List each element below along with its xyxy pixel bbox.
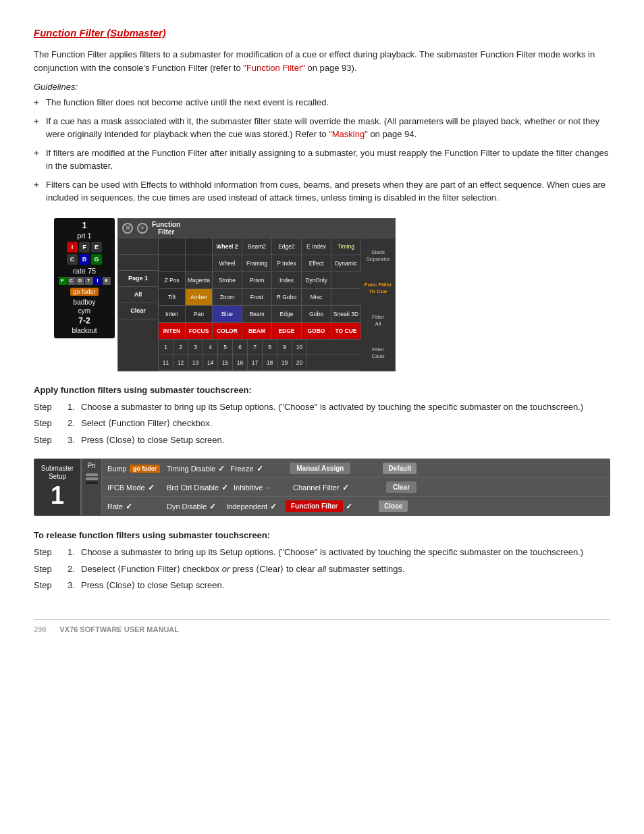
pri-bar3 bbox=[86, 481, 98, 484]
ff-all-btn[interactable]: All bbox=[118, 287, 158, 303]
ff-beam-hl[interactable]: BEAM bbox=[242, 323, 272, 339]
ff-row2: Wheel Framing P Index Effect Dynamic bbox=[159, 255, 361, 272]
icon-sm-e: E bbox=[103, 277, 111, 285]
setup-sub-number: 1 bbox=[51, 484, 64, 508]
manual-assign-button[interactable]: Manual Assign bbox=[290, 463, 350, 474]
setup-pri-col: Pri bbox=[82, 459, 102, 515]
icon-b: B bbox=[79, 254, 90, 265]
ff-row3: Z Pos Magenta Strobe Prism Index DynOnly bbox=[159, 272, 361, 289]
ff-n5[interactable]: 5 bbox=[218, 340, 233, 355]
clear-button[interactable]: Clear bbox=[386, 481, 417, 493]
ff-pan: Pan bbox=[186, 306, 213, 322]
ff-color-hl[interactable]: COLOR bbox=[213, 323, 242, 339]
icon-sm-i: I bbox=[94, 277, 102, 285]
setup-left-panel: SubmasterSetup 1 bbox=[34, 459, 82, 515]
ff-main-grid: Wheel 2 Beam2 Edge2 E Index Timing Wheel… bbox=[159, 238, 361, 371]
setup-brd-ctrl: Brd Ctrl Disable ✓ bbox=[167, 483, 228, 492]
ff-blue: Blue bbox=[213, 306, 242, 322]
guideline-item: Filters can be used with Effects to with… bbox=[34, 178, 610, 205]
step-num: 1. bbox=[68, 400, 81, 414]
icon-e: E bbox=[91, 242, 102, 253]
ff-row5: Inten Pan Blue Beam Edge Gobo Sneak 3D bbox=[159, 306, 361, 323]
icon-sm-f: F bbox=[59, 277, 67, 285]
ff-edge2: Edge2 bbox=[272, 238, 302, 255]
channel-filter-check: ✓ bbox=[342, 483, 349, 492]
ff-n7[interactable]: 7 bbox=[248, 340, 263, 355]
ff-n4[interactable]: 4 bbox=[203, 340, 218, 355]
function-filter-link[interactable]: "Function Filter" bbox=[243, 63, 305, 73]
ff-r2-2 bbox=[186, 255, 213, 271]
ff-plus-icon[interactable]: + bbox=[137, 223, 148, 234]
icon-c: C bbox=[67, 254, 78, 265]
submaster-panel: 1 pri 1 I F E C B G rate 75 F C D T I E … bbox=[54, 218, 115, 338]
ff-n15[interactable]: 15 bbox=[218, 355, 233, 370]
apply-step1: Step 1. Choose a submaster to bring up i… bbox=[34, 400, 610, 414]
setup-rate: Rate ✓ bbox=[107, 502, 161, 511]
guideline-item: If filters are modified at the Function … bbox=[34, 147, 610, 173]
step-text-r1: Choose a submaster to bring up its Setup… bbox=[81, 546, 610, 559]
step-label: Step bbox=[34, 417, 68, 430]
ff-n8[interactable]: 8 bbox=[263, 340, 277, 355]
setup-default-cell: Default bbox=[383, 463, 417, 474]
dyn-disable-label: Dyn Disable bbox=[167, 502, 207, 511]
icon-i: I bbox=[67, 242, 78, 253]
sub-name1: badboy bbox=[57, 298, 112, 306]
ff-panel: ✕ + FunctionFilter Page 1 All Clear bbox=[117, 218, 396, 371]
icon-g: G bbox=[91, 254, 102, 265]
ff-left-empty3 bbox=[118, 319, 158, 336]
step-label: Step bbox=[34, 400, 68, 414]
bump-label: Bump bbox=[107, 465, 127, 473]
ff-close-icon[interactable]: ✕ bbox=[122, 223, 133, 234]
brd-ctrl-check: ✓ bbox=[221, 483, 228, 492]
ff-n17[interactable]: 17 bbox=[248, 355, 263, 370]
setup-row2: IFCB Mode ✓ Brd Ctrl Disable ✓ Inhibitiv… bbox=[102, 478, 610, 497]
rate-check: ✓ bbox=[126, 502, 132, 511]
close-button[interactable]: Close bbox=[379, 500, 408, 512]
func-filter-check: ✓ bbox=[346, 502, 352, 511]
ff-n16[interactable]: 16 bbox=[233, 355, 248, 370]
ff-n18[interactable]: 18 bbox=[263, 355, 277, 370]
ff-inten-hl[interactable]: INTEN bbox=[159, 323, 186, 339]
ff-n13[interactable]: 13 bbox=[188, 355, 203, 370]
ff-edge-hl[interactable]: EDGE bbox=[272, 323, 302, 339]
ff-tilt: Tilt bbox=[159, 289, 186, 305]
function-filter-button[interactable]: Function Filter bbox=[286, 500, 343, 512]
ff-stack-sep-label: StackSeparator bbox=[364, 249, 392, 262]
ff-timing: Timing bbox=[331, 238, 361, 255]
default-button[interactable]: Default bbox=[383, 463, 417, 474]
ff-left-empty4 bbox=[118, 336, 158, 352]
step-text: Choose a submaster to bring up its Setup… bbox=[81, 400, 610, 414]
brd-ctrl-label: Brd Ctrl Disable bbox=[167, 484, 219, 492]
masking-link[interactable]: "Masking" bbox=[329, 129, 368, 139]
sub-icons-row2: C B G bbox=[57, 254, 112, 265]
freeze-check: ✓ bbox=[257, 464, 263, 473]
release-heading: To release function filters using submas… bbox=[34, 530, 610, 540]
ff-n2[interactable]: 2 bbox=[173, 340, 188, 355]
ff-n19[interactable]: 19 bbox=[277, 355, 292, 370]
ff-clear-btn[interactable]: Clear bbox=[118, 303, 158, 319]
pri-bar2 bbox=[86, 477, 98, 480]
ff-n9[interactable]: 9 bbox=[277, 340, 292, 355]
ff-left-empty2 bbox=[118, 255, 158, 271]
ff-gobo-hl[interactable]: GOBO bbox=[302, 323, 331, 339]
ff-n1[interactable]: 1 bbox=[159, 340, 173, 355]
release-step3: Step 3. Press ⟨Close⟩ to close Setup scr… bbox=[34, 579, 610, 592]
sub-name2: cym bbox=[57, 307, 112, 315]
ff-n12[interactable]: 12 bbox=[173, 355, 188, 370]
ff-n6[interactable]: 6 bbox=[233, 340, 248, 355]
ff-effect: Effect bbox=[302, 255, 331, 271]
ff-row4: Tilt Amber Zoom Frost R Gobo Misc bbox=[159, 289, 361, 306]
ff-n10[interactable]: 10 bbox=[292, 340, 307, 355]
ff-h1 bbox=[159, 238, 186, 255]
ff-page1-btn[interactable]: Page 1 bbox=[118, 271, 158, 287]
icon-sm-t: T bbox=[85, 277, 93, 285]
ff-n3[interactable]: 3 bbox=[188, 340, 203, 355]
ff-n14[interactable]: 14 bbox=[203, 355, 218, 370]
ff-num-row2: 11 12 13 14 15 16 17 18 19 20 bbox=[159, 355, 361, 371]
ff-n20[interactable]: 20 bbox=[292, 355, 307, 370]
ff-focus-hl[interactable]: FOCUS bbox=[186, 323, 213, 339]
ff-n11[interactable]: 11 bbox=[159, 355, 173, 370]
freeze-label: Freeze bbox=[230, 465, 253, 473]
ff-tocue-hl[interactable]: TO CUE bbox=[331, 323, 361, 339]
pri-header: Pri bbox=[87, 462, 95, 469]
